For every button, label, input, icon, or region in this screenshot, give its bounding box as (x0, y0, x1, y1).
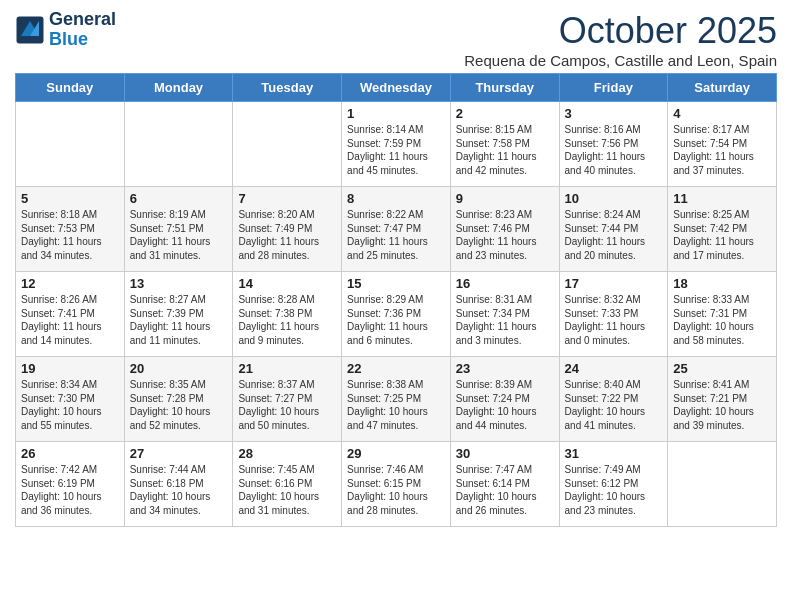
calendar-cell: 7Sunrise: 8:20 AM Sunset: 7:49 PM Daylig… (233, 187, 342, 272)
logo-text: General Blue (49, 10, 116, 50)
day-number: 9 (456, 191, 554, 206)
day-info: Sunrise: 8:34 AM Sunset: 7:30 PM Dayligh… (21, 378, 119, 432)
calendar-cell: 8Sunrise: 8:22 AM Sunset: 7:47 PM Daylig… (342, 187, 451, 272)
weekday-header: Wednesday (342, 74, 451, 102)
day-info: Sunrise: 8:16 AM Sunset: 7:56 PM Dayligh… (565, 123, 663, 177)
day-info: Sunrise: 7:46 AM Sunset: 6:15 PM Dayligh… (347, 463, 445, 517)
title-block: October 2025 Requena de Campos, Castille… (464, 10, 777, 69)
day-number: 16 (456, 276, 554, 291)
day-info: Sunrise: 8:41 AM Sunset: 7:21 PM Dayligh… (673, 378, 771, 432)
calendar-cell: 14Sunrise: 8:28 AM Sunset: 7:38 PM Dayli… (233, 272, 342, 357)
calendar-cell: 15Sunrise: 8:29 AM Sunset: 7:36 PM Dayli… (342, 272, 451, 357)
page-header: General Blue October 2025 Requena de Cam… (15, 10, 777, 69)
calendar-week-row: 26Sunrise: 7:42 AM Sunset: 6:19 PM Dayli… (16, 442, 777, 527)
calendar-cell (16, 102, 125, 187)
day-number: 19 (21, 361, 119, 376)
calendar-cell: 12Sunrise: 8:26 AM Sunset: 7:41 PM Dayli… (16, 272, 125, 357)
day-number: 25 (673, 361, 771, 376)
day-info: Sunrise: 8:31 AM Sunset: 7:34 PM Dayligh… (456, 293, 554, 347)
day-info: Sunrise: 8:25 AM Sunset: 7:42 PM Dayligh… (673, 208, 771, 262)
day-info: Sunrise: 8:17 AM Sunset: 7:54 PM Dayligh… (673, 123, 771, 177)
month-title: October 2025 (464, 10, 777, 52)
calendar-cell (233, 102, 342, 187)
calendar-cell: 10Sunrise: 8:24 AM Sunset: 7:44 PM Dayli… (559, 187, 668, 272)
day-info: Sunrise: 7:45 AM Sunset: 6:16 PM Dayligh… (238, 463, 336, 517)
location-subtitle: Requena de Campos, Castille and Leon, Sp… (464, 52, 777, 69)
calendar-cell: 4Sunrise: 8:17 AM Sunset: 7:54 PM Daylig… (668, 102, 777, 187)
calendar-cell: 13Sunrise: 8:27 AM Sunset: 7:39 PM Dayli… (124, 272, 233, 357)
day-info: Sunrise: 8:33 AM Sunset: 7:31 PM Dayligh… (673, 293, 771, 347)
day-number: 8 (347, 191, 445, 206)
day-number: 24 (565, 361, 663, 376)
day-info: Sunrise: 8:40 AM Sunset: 7:22 PM Dayligh… (565, 378, 663, 432)
day-info: Sunrise: 8:15 AM Sunset: 7:58 PM Dayligh… (456, 123, 554, 177)
day-number: 22 (347, 361, 445, 376)
calendar-week-row: 1Sunrise: 8:14 AM Sunset: 7:59 PM Daylig… (16, 102, 777, 187)
calendar-cell: 1Sunrise: 8:14 AM Sunset: 7:59 PM Daylig… (342, 102, 451, 187)
day-number: 30 (456, 446, 554, 461)
calendar-cell: 11Sunrise: 8:25 AM Sunset: 7:42 PM Dayli… (668, 187, 777, 272)
day-number: 26 (21, 446, 119, 461)
calendar-cell: 24Sunrise: 8:40 AM Sunset: 7:22 PM Dayli… (559, 357, 668, 442)
day-number: 2 (456, 106, 554, 121)
day-info: Sunrise: 8:24 AM Sunset: 7:44 PM Dayligh… (565, 208, 663, 262)
calendar-table: SundayMondayTuesdayWednesdayThursdayFrid… (15, 73, 777, 527)
day-number: 29 (347, 446, 445, 461)
day-number: 14 (238, 276, 336, 291)
weekday-header: Sunday (16, 74, 125, 102)
day-number: 3 (565, 106, 663, 121)
calendar-cell: 26Sunrise: 7:42 AM Sunset: 6:19 PM Dayli… (16, 442, 125, 527)
calendar-cell: 29Sunrise: 7:46 AM Sunset: 6:15 PM Dayli… (342, 442, 451, 527)
day-number: 27 (130, 446, 228, 461)
day-number: 5 (21, 191, 119, 206)
weekday-header: Monday (124, 74, 233, 102)
calendar-cell: 19Sunrise: 8:34 AM Sunset: 7:30 PM Dayli… (16, 357, 125, 442)
calendar-cell: 30Sunrise: 7:47 AM Sunset: 6:14 PM Dayli… (450, 442, 559, 527)
day-number: 15 (347, 276, 445, 291)
day-info: Sunrise: 8:32 AM Sunset: 7:33 PM Dayligh… (565, 293, 663, 347)
calendar-week-row: 5Sunrise: 8:18 AM Sunset: 7:53 PM Daylig… (16, 187, 777, 272)
calendar-cell: 27Sunrise: 7:44 AM Sunset: 6:18 PM Dayli… (124, 442, 233, 527)
calendar-cell: 20Sunrise: 8:35 AM Sunset: 7:28 PM Dayli… (124, 357, 233, 442)
logo-icon (15, 15, 45, 45)
day-info: Sunrise: 8:20 AM Sunset: 7:49 PM Dayligh… (238, 208, 336, 262)
day-info: Sunrise: 8:28 AM Sunset: 7:38 PM Dayligh… (238, 293, 336, 347)
calendar-cell: 2Sunrise: 8:15 AM Sunset: 7:58 PM Daylig… (450, 102, 559, 187)
weekday-header: Friday (559, 74, 668, 102)
day-info: Sunrise: 8:22 AM Sunset: 7:47 PM Dayligh… (347, 208, 445, 262)
calendar-cell: 23Sunrise: 8:39 AM Sunset: 7:24 PM Dayli… (450, 357, 559, 442)
logo: General Blue (15, 10, 116, 50)
calendar-cell: 18Sunrise: 8:33 AM Sunset: 7:31 PM Dayli… (668, 272, 777, 357)
day-number: 23 (456, 361, 554, 376)
day-info: Sunrise: 8:19 AM Sunset: 7:51 PM Dayligh… (130, 208, 228, 262)
day-info: Sunrise: 8:35 AM Sunset: 7:28 PM Dayligh… (130, 378, 228, 432)
day-info: Sunrise: 8:18 AM Sunset: 7:53 PM Dayligh… (21, 208, 119, 262)
calendar-cell: 22Sunrise: 8:38 AM Sunset: 7:25 PM Dayli… (342, 357, 451, 442)
day-number: 31 (565, 446, 663, 461)
day-number: 4 (673, 106, 771, 121)
day-info: Sunrise: 8:29 AM Sunset: 7:36 PM Dayligh… (347, 293, 445, 347)
weekday-header-row: SundayMondayTuesdayWednesdayThursdayFrid… (16, 74, 777, 102)
day-number: 20 (130, 361, 228, 376)
day-info: Sunrise: 7:47 AM Sunset: 6:14 PM Dayligh… (456, 463, 554, 517)
day-number: 21 (238, 361, 336, 376)
day-number: 28 (238, 446, 336, 461)
calendar-cell: 25Sunrise: 8:41 AM Sunset: 7:21 PM Dayli… (668, 357, 777, 442)
calendar-cell: 5Sunrise: 8:18 AM Sunset: 7:53 PM Daylig… (16, 187, 125, 272)
day-number: 6 (130, 191, 228, 206)
calendar-cell: 31Sunrise: 7:49 AM Sunset: 6:12 PM Dayli… (559, 442, 668, 527)
day-info: Sunrise: 8:26 AM Sunset: 7:41 PM Dayligh… (21, 293, 119, 347)
calendar-cell (124, 102, 233, 187)
calendar-cell: 21Sunrise: 8:37 AM Sunset: 7:27 PM Dayli… (233, 357, 342, 442)
day-number: 10 (565, 191, 663, 206)
day-info: Sunrise: 8:23 AM Sunset: 7:46 PM Dayligh… (456, 208, 554, 262)
calendar-cell: 16Sunrise: 8:31 AM Sunset: 7:34 PM Dayli… (450, 272, 559, 357)
calendar-cell: 9Sunrise: 8:23 AM Sunset: 7:46 PM Daylig… (450, 187, 559, 272)
calendar-cell: 6Sunrise: 8:19 AM Sunset: 7:51 PM Daylig… (124, 187, 233, 272)
calendar-cell: 17Sunrise: 8:32 AM Sunset: 7:33 PM Dayli… (559, 272, 668, 357)
day-info: Sunrise: 8:14 AM Sunset: 7:59 PM Dayligh… (347, 123, 445, 177)
calendar-cell: 28Sunrise: 7:45 AM Sunset: 6:16 PM Dayli… (233, 442, 342, 527)
day-number: 13 (130, 276, 228, 291)
calendar-cell (668, 442, 777, 527)
day-info: Sunrise: 7:49 AM Sunset: 6:12 PM Dayligh… (565, 463, 663, 517)
